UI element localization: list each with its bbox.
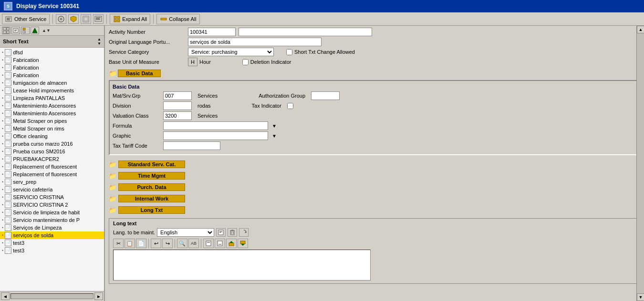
long-txt-tab[interactable]: 📁 Long Txt (109, 205, 640, 215)
list-item[interactable]: • 📄 Fabrication (0, 64, 104, 71)
bullet: • (2, 164, 3, 169)
scroll-down-arrow[interactable]: ▼ (97, 41, 101, 46)
original-language-row: Original Language Portu... (109, 38, 640, 46)
svg-rect-47 (240, 241, 245, 244)
cut-btn[interactable]: ✂ (113, 239, 124, 248)
undo-btn[interactable]: ↩ (151, 239, 161, 248)
basic-data-button[interactable]: Basic Data (118, 70, 161, 77)
svg-text:AB: AB (191, 241, 197, 246)
expand-all-button[interactable]: Expand All (110, 14, 150, 24)
long-text-section: Long text Lang. to be maint. English (109, 218, 640, 284)
scroll-left-btn[interactable]: ◄ (1, 292, 10, 300)
list-item[interactable]: • 📄 Replacement of fluorescent (0, 163, 104, 171)
footer-btn[interactable] (215, 239, 225, 248)
sep-editor2 (175, 239, 175, 248)
redo-btn[interactable]: ↪ (162, 239, 173, 248)
list-item[interactable]: • 📄 Metal Scraper on rims (0, 125, 104, 132)
left-ctrl-2[interactable] (11, 27, 20, 34)
scroll-track[interactable] (637, 33, 644, 293)
horizontal-scrollbar[interactable] (10, 293, 93, 299)
auth-group-input[interactable] (311, 91, 340, 100)
list-item[interactable]: • 📄 serv_prep (0, 178, 104, 186)
scroll-up-btn[interactable]: ▲ (637, 26, 644, 33)
list-item[interactable]: • 📄 SERVICIO CRISTINA 2 (0, 201, 104, 209)
list-item[interactable]: • 📄 Metal Scraper on pipes (0, 117, 104, 125)
mat-srv-input[interactable] (163, 91, 192, 100)
long-text-area[interactable] (113, 250, 371, 281)
original-language-input[interactable] (188, 38, 322, 46)
toolbar-icon-4[interactable] (93, 14, 104, 24)
list-item[interactable]: • 📄 Lease Hold improvements (0, 87, 104, 94)
delete-icon-btn[interactable] (228, 228, 237, 237)
edit-icon-btn[interactable] (216, 228, 226, 237)
internal-work-label[interactable]: Internal Work (118, 195, 185, 202)
tax-tariff-input[interactable] (163, 141, 220, 150)
deletion-indicator-checkbox[interactable] (242, 59, 249, 65)
collapse-all-label: Collapse All (169, 16, 196, 22)
list-item[interactable]: • 📄 Servicio mantenimiento de P (0, 216, 104, 224)
scroll-right-btn[interactable]: ► (94, 292, 103, 300)
toolbar-icon-1[interactable] (56, 14, 66, 24)
replace-btn[interactable]: AB (188, 239, 199, 248)
left-ctrl-3[interactable] (21, 27, 30, 34)
list-item[interactable]: • 📄 Prueba curso SM2016 (0, 148, 104, 155)
measure-text: Hour (199, 59, 211, 65)
time-mgmt-label[interactable]: Time Mgmt (118, 172, 185, 180)
division-input[interactable] (163, 101, 192, 110)
long-txt-label[interactable]: Long Txt (118, 206, 185, 214)
list-item-selected[interactable]: • 📄 serviços de solda (0, 231, 104, 239)
short-txt-change-checkbox[interactable] (286, 49, 292, 55)
paste-btn[interactable]: 📄 (136, 239, 146, 248)
time-mgmt-tab[interactable]: 📁 Time Mgmt (109, 171, 640, 181)
copy-btn[interactable]: 📋 (125, 239, 135, 248)
refresh-icon-btn[interactable] (239, 228, 249, 237)
lang-select[interactable]: English (157, 228, 214, 237)
list-item[interactable]: • 📄 Serviços de Limpeza (0, 224, 104, 231)
basic-data-tab-btn[interactable]: 📁 Basic Data (109, 70, 640, 77)
standard-serv-cat-label[interactable]: Standard Serv. Cat. (118, 161, 185, 168)
valuation-class-input[interactable] (163, 111, 192, 120)
toolbar-icon-3[interactable] (81, 14, 91, 24)
toolbar-icon-2[interactable] (68, 14, 79, 24)
list-item[interactable]: • 📄 Replacement of fluorescent (0, 171, 104, 178)
list-item[interactable]: • 📄 Mantenimiento Ascensores (0, 102, 104, 110)
find-btn[interactable]: 🔍 (177, 239, 187, 248)
standard-serv-cat-tab[interactable]: 📁 Standard Serv. Cat. (109, 159, 640, 170)
scroll-down-btn[interactable]: ▼ (637, 293, 644, 301)
list-item[interactable]: • 📄 Mantenimiento Ascensores (0, 110, 104, 117)
expand-icon (113, 15, 121, 23)
list-item[interactable]: • 📄 servicio cafetería (0, 186, 104, 193)
doc-icon: 📄 (5, 148, 11, 155)
list-item[interactable]: • 📄 test3 (0, 247, 104, 254)
list-item[interactable]: • 📄 fumigacion de almacen (0, 79, 104, 87)
service-category-select[interactable]: Service: purchasing (188, 48, 274, 56)
purch-data-tab[interactable]: 📁 Purch. Data (109, 182, 640, 192)
list-item[interactable]: • 📄 Office cleaning (0, 132, 104, 140)
export-btn[interactable] (238, 239, 248, 248)
list-item[interactable]: • 📄 Fabrication (0, 56, 104, 64)
purch-data-label[interactable]: Purch. Data (118, 183, 185, 191)
other-service-button[interactable]: Other Service (2, 14, 50, 24)
list-item[interactable]: • 📄 PRUEBAKACPER2 (0, 155, 104, 163)
list-item[interactable]: • 📄 Limpieza PANTALLAS (0, 94, 104, 102)
graphic-input[interactable] (163, 131, 268, 140)
activity-number-ext-input[interactable] (239, 28, 372, 36)
item-text: servicio cafetería (13, 187, 52, 192)
left-ctrl-4[interactable] (31, 27, 39, 34)
import-btn[interactable] (226, 239, 237, 248)
tax-indicator-checkbox[interactable] (287, 103, 293, 109)
list-item[interactable]: • 📄 dfsd (0, 49, 104, 56)
header-btn[interactable] (203, 239, 214, 248)
scroll-up-arrow[interactable]: ▲ (97, 37, 101, 41)
list-item[interactable]: • 📄 Fabrication (0, 71, 104, 79)
list-item[interactable]: • 📄 SERVICIO CRISTINA (0, 193, 104, 201)
internal-work-tab[interactable]: 📁 Internal Work (109, 193, 640, 204)
list-item[interactable]: • 📄 prueba curso marzo 2016 (0, 140, 104, 148)
basic-data-section: Basic Data Mat/Srv.Grp Services Authoriz… (109, 80, 640, 155)
left-ctrl-1[interactable] (2, 27, 10, 34)
list-item[interactable]: • 📄 Servicio de limpieza de habit (0, 209, 104, 216)
activity-number-input[interactable] (188, 28, 236, 36)
collapse-all-button[interactable]: Collapse All (156, 14, 199, 24)
list-item[interactable]: • 📄 test3 (0, 239, 104, 247)
formula-input[interactable] (163, 121, 268, 130)
